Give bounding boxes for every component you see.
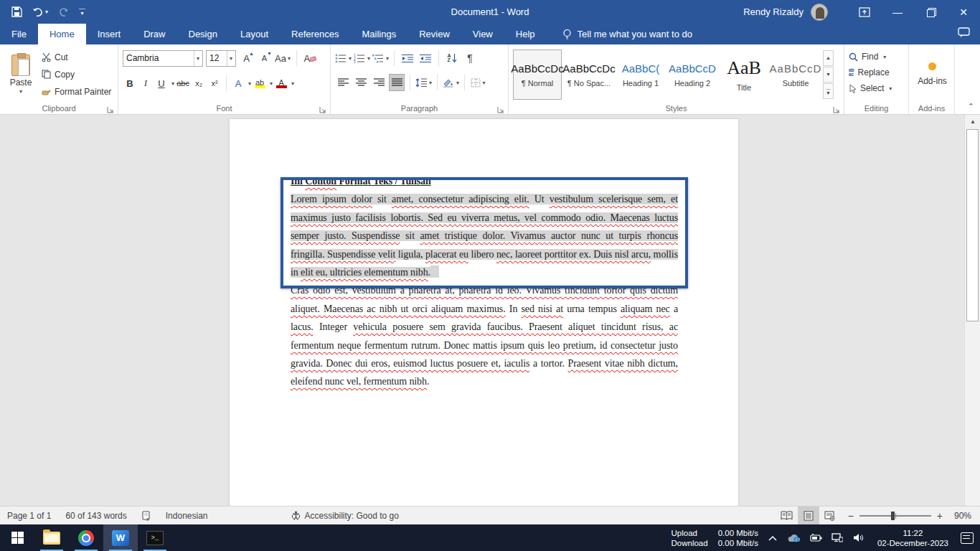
addins-button[interactable]: Add-ins (913, 47, 951, 100)
zoom-slider[interactable] (859, 515, 931, 517)
multilevel-list-button[interactable]: ▾ (372, 50, 389, 67)
tab-insert[interactable]: Insert (86, 24, 133, 44)
styles-dialog-launcher[interactable] (833, 103, 842, 112)
align-left-button[interactable] (335, 74, 351, 91)
document-page[interactable]: Ini Contoh Format Teks / Tulisan Lorem i… (230, 119, 738, 506)
font-name-combobox[interactable]: Cambria▾ (123, 50, 203, 67)
bold-button[interactable]: B (123, 75, 137, 92)
print-layout-button[interactable] (798, 507, 819, 525)
clipboard-dialog-launcher[interactable] (107, 103, 116, 112)
align-right-button[interactable] (371, 74, 387, 91)
read-mode-button[interactable] (776, 507, 798, 525)
document-heading[interactable]: Ini Contoh Format Teks / Tulisan (291, 172, 678, 190)
tab-design[interactable]: Design (177, 24, 229, 44)
justify-button[interactable] (389, 74, 405, 91)
strikethrough-button[interactable]: abc (176, 75, 190, 92)
align-center-button[interactable] (353, 74, 369, 91)
highlight-color-button[interactable]: ab (253, 75, 267, 92)
zoom-level[interactable]: 90% (950, 511, 980, 521)
highlight-caret[interactable]: ▾ (270, 80, 273, 87)
paragraph-2[interactable]: Cras odio est, vestibulum a pharetra at,… (291, 281, 678, 390)
onedrive-cloud-icon[interactable]: i (787, 534, 801, 542)
zoom-in-button[interactable]: + (937, 510, 943, 522)
numbering-button[interactable]: 123▾ (354, 50, 370, 67)
sort-button[interactable]: AZ (444, 50, 460, 67)
tab-review[interactable]: Review (407, 24, 461, 44)
page-indicator[interactable]: Page 1 of 1 (0, 507, 58, 525)
language-indicator[interactable]: Indonesian (159, 507, 215, 525)
paragraph-dialog-launcher[interactable] (497, 103, 506, 112)
style-heading-1[interactable]: AaBbC( Heading 1 (616, 50, 665, 100)
font-dialog-launcher[interactable] (319, 103, 328, 112)
tab-references[interactable]: References (280, 24, 350, 44)
clear-formatting-button[interactable]: A (303, 50, 318, 67)
style-no-spacing[interactable]: AaBbCcDc ¶ No Spac... (565, 50, 613, 100)
taskbar-chrome[interactable] (69, 524, 103, 551)
replace-button[interactable]: abac Replace (849, 65, 905, 80)
ribbon-display-options-button[interactable] (848, 0, 881, 24)
italic-button[interactable]: I (138, 75, 153, 92)
change-case-button[interactable]: Aa▾ (275, 50, 291, 67)
paragraph-1-selected[interactable]: Lorem ipsum dolor sit amet, consectetur … (291, 190, 678, 281)
paste-button[interactable]: Paste ▾ (4, 47, 37, 102)
tray-overflow-chevron[interactable] (765, 535, 780, 541)
minimize-button[interactable]: — (881, 0, 914, 24)
format-painter-button[interactable]: Format Painter (42, 85, 111, 98)
bullets-button[interactable]: ▾ (335, 50, 352, 67)
zoom-slider-thumb[interactable] (891, 512, 895, 520)
underline-dropdown-caret[interactable]: ▾ (171, 80, 174, 87)
avatar[interactable] (811, 4, 828, 21)
line-spacing-button[interactable]: ▾ (415, 74, 432, 91)
show-paragraph-marks-button[interactable]: ¶ (462, 50, 478, 67)
scrollbar-up-arrow[interactable]: ▲ (965, 115, 980, 128)
word-count[interactable]: 60 of 143 words (58, 507, 133, 525)
subscript-button[interactable]: x₂ (192, 75, 206, 92)
style-normal[interactable]: AaBbCcDc ¶ Normal (513, 50, 562, 100)
taskbar-terminal[interactable]: >_ (138, 524, 172, 551)
action-center-button[interactable] (960, 532, 974, 544)
accessibility-checker[interactable]: Accessibility: Good to go (283, 507, 406, 525)
font-color-caret[interactable]: ▾ (291, 80, 294, 87)
tab-file[interactable]: File (0, 24, 38, 44)
web-layout-button[interactable] (819, 507, 841, 525)
paste-dropdown-caret[interactable]: ▾ (19, 89, 22, 95)
grow-font-button[interactable]: A▲ (239, 50, 254, 67)
zoom-out-button[interactable]: − (848, 510, 854, 522)
decrease-indent-button[interactable] (400, 50, 415, 67)
font-size-combobox[interactable]: 12▾ (206, 50, 236, 67)
account-user-name[interactable]: Rendy Rizaldy (743, 6, 804, 17)
tab-draw[interactable]: Draw (132, 24, 176, 44)
scrollbar-thumb[interactable] (966, 129, 979, 321)
tab-home[interactable]: Home (38, 24, 86, 44)
proofing-errors-button[interactable]: x (134, 507, 159, 525)
underline-button[interactable]: U (154, 75, 169, 92)
cut-button[interactable]: Cut (42, 51, 111, 64)
text-effects-caret[interactable]: ▾ (248, 80, 251, 87)
style-heading-2[interactable]: AaBbCcD Heading 2 (668, 50, 717, 100)
style-title[interactable]: AaB Title (720, 50, 768, 100)
start-button[interactable] (0, 524, 34, 551)
style-subtitle[interactable]: AaBbCcD Subtitle (771, 50, 820, 100)
netspeed-widget[interactable]: Upload Download 0.00 Mbit/s 0.00 Mbit/s (672, 528, 758, 548)
find-button[interactable]: Find▾ (849, 49, 905, 65)
restore-button[interactable] (914, 0, 947, 24)
shading-button[interactable]: ▾ (443, 74, 459, 91)
shrink-font-button[interactable]: A▼ (257, 50, 272, 67)
taskbar-file-explorer[interactable] (34, 524, 69, 551)
network-icon[interactable] (830, 533, 844, 542)
font-color-button[interactable]: A (274, 75, 288, 92)
tab-help[interactable]: Help (504, 24, 547, 44)
tab-layout[interactable]: Layout (229, 24, 280, 44)
styles-scroll-down-button[interactable]: ▼ (823, 67, 834, 83)
copy-button[interactable]: Copy (42, 68, 111, 81)
close-button[interactable]: ✕ (947, 0, 980, 24)
increase-indent-button[interactable] (418, 50, 433, 67)
select-button[interactable]: Select▾ (849, 80, 905, 96)
taskbar-word[interactable]: W (103, 524, 138, 551)
superscript-button[interactable]: x² (207, 75, 222, 92)
text-effects-button[interactable]: A (231, 75, 245, 92)
styles-scroll-up-button[interactable]: ▲ (823, 50, 834, 66)
collapse-ribbon-button[interactable]: ⌃ (968, 102, 974, 111)
comments-button[interactable] (958, 27, 970, 41)
styles-gallery-more-button[interactable]: —▼ (823, 83, 834, 99)
